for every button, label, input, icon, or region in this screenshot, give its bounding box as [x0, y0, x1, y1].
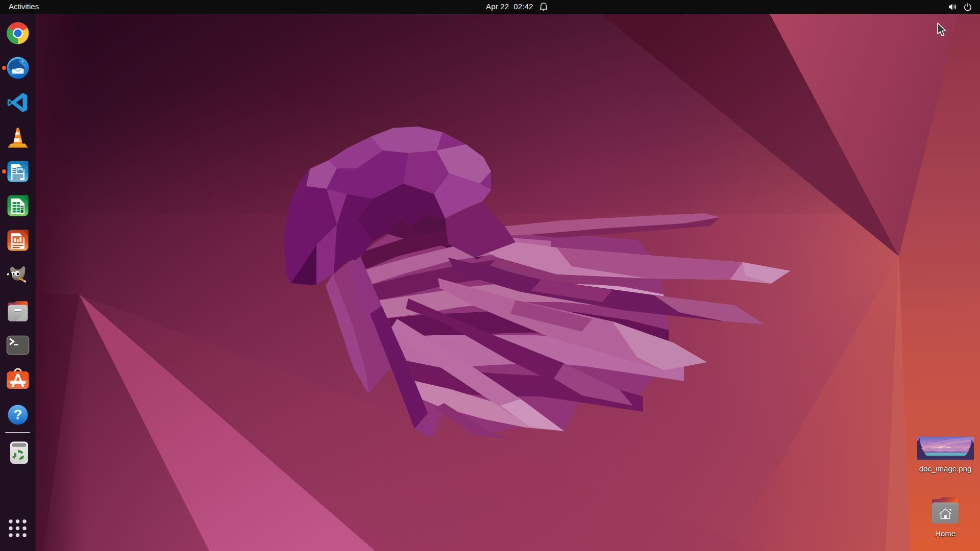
svg-text:?: ? [14, 407, 22, 422]
